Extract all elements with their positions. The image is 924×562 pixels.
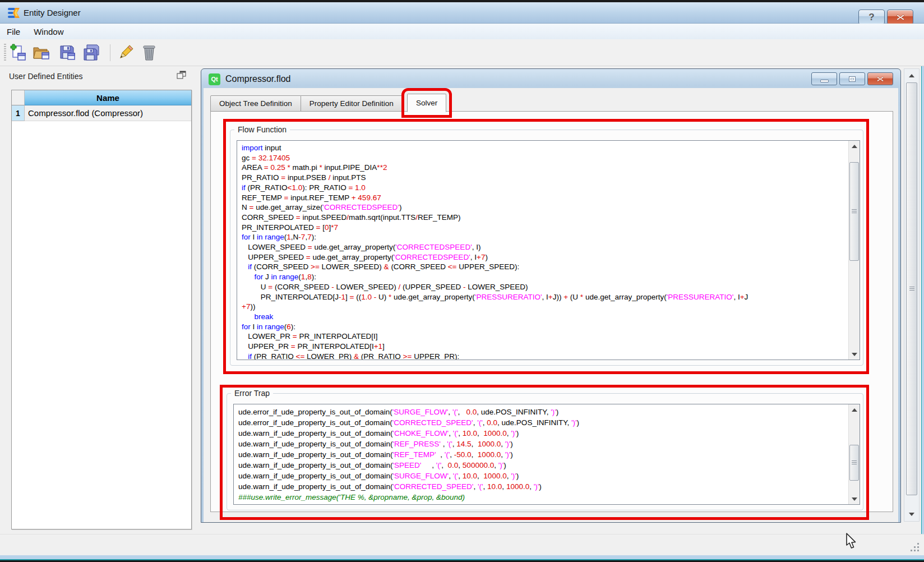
table-header-row: Name (12, 90, 191, 105)
flow-function-code[interactable]: import inputgc = 32.17405AREA = 0.25 * m… (237, 141, 848, 360)
scroll-down-icon[interactable] (905, 509, 918, 520)
menu-bar: File Window (0, 24, 924, 39)
app-icon (7, 6, 21, 20)
tab-property-editor-definition[interactable]: Property Editor Definition (301, 95, 403, 112)
dock-header: User Defined Entities (4, 68, 195, 84)
new-entity-icon (9, 44, 27, 62)
open-entity-button[interactable] (31, 43, 52, 63)
mouse-cursor (846, 533, 858, 550)
scroll-up-icon[interactable] (849, 141, 859, 151)
mdi-scrollbar[interactable] (904, 68, 920, 522)
error-trap-label: Error Trap (231, 389, 273, 398)
save-entity-button[interactable] (57, 43, 77, 63)
error-trap-scrollbar[interactable] (848, 404, 860, 504)
entity-name-cell[interactable]: Compressor.flod (Compressor) (25, 105, 191, 121)
save-all-entities-icon (82, 44, 101, 62)
close-icon (896, 13, 905, 21)
child-title-bar[interactable]: Qt Compressor.flod (204, 71, 898, 87)
status-bar (0, 534, 924, 555)
toolbar-grip[interactable] (4, 44, 6, 62)
edit-entity-button[interactable] (116, 43, 136, 63)
app-window: Entity Designer ? File Window (0, 0, 924, 562)
qt-icon: Qt (209, 73, 220, 85)
child-minimize-button[interactable] (811, 72, 837, 85)
help-button[interactable]: ? (858, 10, 885, 25)
flow-function-label: Flow Function (234, 125, 290, 134)
scroll-up-icon[interactable] (905, 70, 918, 81)
child-close-button[interactable] (867, 72, 893, 85)
row-number-cell[interactable]: 1 (12, 105, 25, 121)
name-column-header[interactable]: Name (25, 90, 191, 105)
error-trap-code[interactable]: ude.error_if_ude_property_is_out_of_doma… (234, 404, 848, 504)
scroll-down-icon[interactable] (849, 494, 859, 504)
table-corner-cell (12, 90, 25, 105)
save-entity-icon (58, 44, 76, 62)
maximize-icon (849, 76, 856, 82)
open-entity-icon (33, 44, 50, 62)
toolbar-separator (110, 44, 110, 61)
child-close-icon (876, 76, 884, 82)
minimize-icon (820, 80, 829, 82)
flow-function-scrollbar[interactable] (848, 141, 860, 360)
error-trap-editor[interactable]: ude.error_if_ude_property_is_out_of_doma… (233, 404, 860, 505)
scrollbar-thumb[interactable] (849, 162, 859, 261)
entities-table: Name 1 Compressor.flod (Compressor) (11, 90, 192, 529)
child-window-title: Compressor.flod (225, 74, 291, 84)
edit-pencil-icon (117, 44, 135, 62)
child-maximize-button[interactable] (839, 72, 865, 85)
title-bar[interactable]: Entity Designer (0, 2, 924, 24)
menu-file[interactable]: File (0, 25, 27, 38)
close-button[interactable] (887, 10, 913, 25)
window-title: Entity Designer (24, 8, 81, 17)
menu-window[interactable]: Window (27, 25, 70, 38)
scrollbar-thumb[interactable] (849, 445, 859, 481)
save-all-entities-button[interactable] (82, 43, 102, 63)
new-entity-button[interactable] (8, 43, 28, 63)
scroll-down-icon[interactable] (849, 349, 859, 359)
trash-icon (141, 44, 158, 62)
delete-entity-button[interactable] (139, 43, 159, 63)
float-panel-icon[interactable] (177, 71, 187, 80)
flow-function-editor[interactable]: import inputgc = 32.17405AREA = 0.25 * m… (237, 140, 860, 360)
window-right-edge (921, 66, 924, 555)
scroll-up-icon[interactable] (849, 405, 859, 414)
tab-object-tree-definition[interactable]: Object Tree Definition (210, 95, 301, 112)
dock-title: User Defined Entities (9, 72, 83, 81)
window-bottom-border (0, 555, 924, 559)
table-row[interactable]: 1 Compressor.flod (Compressor) (12, 105, 191, 121)
scrollbar-thumb[interactable] (906, 82, 917, 495)
resize-grip[interactable] (906, 540, 921, 553)
tab-solver[interactable]: Solver (407, 94, 446, 112)
tab-bar: Object Tree Definition Property Editor D… (210, 94, 446, 112)
